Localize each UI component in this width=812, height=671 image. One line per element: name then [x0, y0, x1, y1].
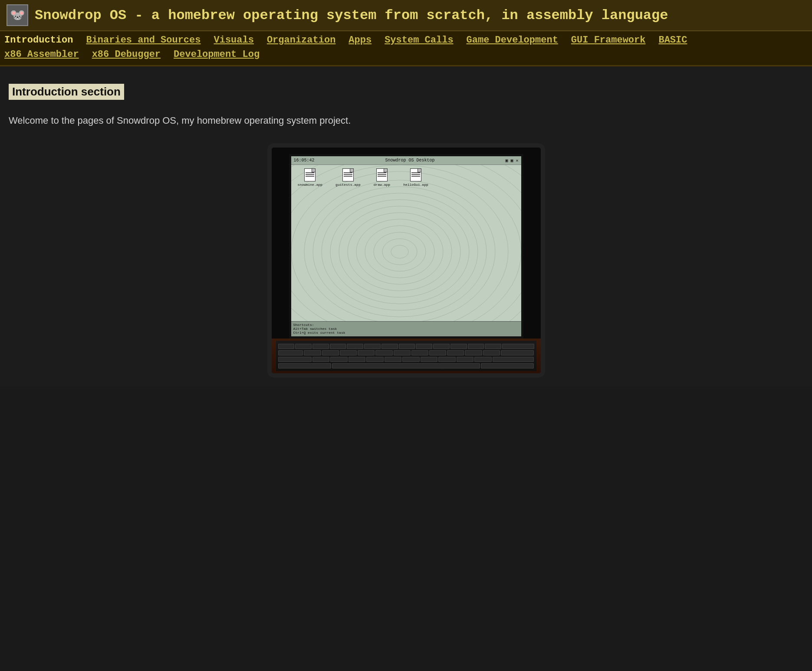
icon-doc-snowmine: [304, 168, 316, 181]
statusbar-alttab: Alt+Tab switches task: [293, 327, 519, 331]
key: [433, 344, 450, 349]
screen-time: 16:05:42: [294, 158, 315, 163]
line: [411, 176, 420, 177]
key: [493, 357, 534, 362]
key: [312, 357, 330, 362]
key: [312, 344, 329, 349]
statusbar-shortcuts: Shortcuts:: [293, 323, 519, 327]
line: [344, 176, 352, 177]
key: [402, 357, 420, 362]
key: [375, 350, 392, 355]
line: [306, 176, 314, 177]
desktop-icon-hellogui: helloGui.app: [403, 168, 428, 187]
icon-lines-1: [305, 169, 315, 178]
nav-visuals[interactable]: Visuals: [214, 35, 253, 46]
key: [330, 357, 348, 362]
key: [447, 350, 464, 355]
nav-gui[interactable]: GUI Framework: [571, 35, 646, 46]
page-header: 🐭 Snowdrop OS - a homebrew operating sys…: [0, 0, 812, 31]
nav-row-3: x86 Assembler x86 Debugger Development L…: [4, 49, 260, 60]
screen-title: Snowdrop OS Desktop: [385, 158, 434, 163]
site-title: Snowdrop OS - a homebrew operating syste…: [35, 7, 668, 23]
key: [468, 344, 484, 349]
screen-area: 16:05:42 Snowdrop OS Desktop ▣ ▣ ✕: [289, 154, 523, 339]
key: [438, 357, 456, 362]
screen-controls: ▣ ▣ ✕: [505, 158, 518, 163]
nav-organization[interactable]: Organization: [267, 35, 335, 46]
key: [304, 350, 321, 355]
line: [306, 172, 314, 173]
site-logo: 🐭: [7, 4, 28, 26]
key: [411, 350, 428, 355]
nav-links-container: Introduction Binaries and Sources Visual…: [4, 35, 808, 62]
icon-lines-4: [411, 169, 421, 178]
nav-binaries[interactable]: Binaries and Sources: [86, 35, 201, 46]
nav-row-1: Introduction Binaries and Sources Visual…: [4, 35, 335, 46]
nav-debugger[interactable]: x86 Debugger: [92, 49, 161, 60]
key: [501, 350, 534, 355]
nav-introduction[interactable]: Introduction: [4, 35, 73, 46]
key: [278, 350, 303, 355]
nav-assembler[interactable]: x86 Assembler: [4, 49, 79, 60]
line: [306, 174, 314, 175]
key: [381, 344, 398, 349]
key: [332, 363, 480, 368]
icon-doc-hellogui: [410, 168, 421, 181]
screen-titlebar: 16:05:42 Snowdrop OS Desktop ▣ ▣ ✕: [291, 156, 521, 165]
line: [378, 176, 386, 177]
key: [421, 357, 438, 362]
line: [344, 172, 352, 173]
nav-basic[interactable]: BASIC: [658, 35, 687, 46]
key: [278, 357, 312, 362]
nav-syscalls[interactable]: System Calls: [385, 35, 453, 46]
key: [385, 357, 402, 362]
key: [322, 350, 339, 355]
icon-label-snowmine: snowmine.app: [298, 183, 323, 187]
key: [278, 363, 332, 368]
screenshot-container: 16:05:42 Snowdrop OS Desktop ▣ ▣ ✕: [9, 143, 803, 378]
desktop-icons: snowmine.app guitests.app: [291, 165, 435, 190]
desktop-icon-snowmine: snowmine.app: [298, 168, 323, 187]
icon-doc-guitests: [342, 168, 354, 181]
nav-apps[interactable]: Apps: [348, 35, 371, 46]
key: [416, 344, 432, 349]
screen-desktop: snowmine.app guitests.app: [291, 165, 521, 321]
screen-statusbar: Shortcuts: Alt+Tab switches task Ctrl+Q …: [291, 321, 521, 336]
key: [347, 344, 363, 349]
key: [483, 350, 500, 355]
key: [330, 344, 346, 349]
kbd-row-2: [278, 350, 534, 355]
key: [465, 350, 482, 355]
key: [450, 344, 467, 349]
nav-devlog[interactable]: Development Log: [174, 49, 260, 60]
line: [411, 174, 420, 175]
statusbar-ctrlq: Ctrl+Q exits current task: [293, 331, 519, 335]
key: [502, 344, 534, 349]
key: [295, 344, 312, 349]
icon-label-hellogui: helloGui.app: [403, 183, 428, 187]
key: [348, 357, 366, 362]
key: [340, 350, 357, 355]
icon-doc-draw: [376, 168, 388, 181]
desktop-icon-draw: draw.app: [374, 168, 390, 187]
key: [481, 363, 534, 368]
main-nav: Introduction Binaries and Sources Visual…: [0, 31, 812, 66]
key: [429, 350, 446, 355]
desktop-icon-guitests: guitests.app: [335, 168, 361, 187]
kbd-row-3: [278, 357, 534, 362]
line: [411, 172, 420, 173]
key: [394, 350, 411, 355]
icon-label-draw: draw.app: [374, 183, 390, 187]
nav-gamedev[interactable]: Game Development: [467, 35, 558, 46]
kbd-row-1: [278, 344, 534, 349]
key: [364, 344, 381, 349]
key: [474, 357, 492, 362]
icon-lines-3: [377, 169, 387, 178]
main-content: Introduction section Welcome to the page…: [0, 66, 812, 386]
icon-label-guitests: guitests.app: [335, 183, 361, 187]
laptop-image: 16:05:42 Snowdrop OS Desktop ▣ ▣ ✕: [267, 143, 545, 378]
icon-lines-2: [343, 169, 353, 178]
keyboard-area: [276, 341, 536, 371]
key: [358, 350, 375, 355]
line: [378, 174, 386, 175]
